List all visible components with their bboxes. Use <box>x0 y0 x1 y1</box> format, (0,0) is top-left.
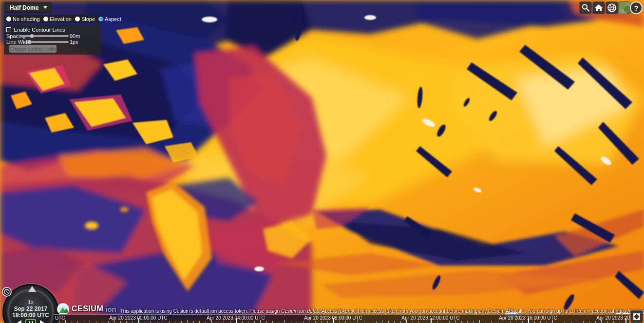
timeline[interactable]: UTC Apr 20 2023 00:00:00 UTC Apr 20 2023… <box>54 314 629 323</box>
scene-mode-globe-icon <box>607 3 617 13</box>
base-layer-picker-icon <box>619 2 630 14</box>
radio-label: Elevation <box>50 16 72 22</box>
scene-mode-picker-button[interactable] <box>606 1 618 14</box>
cesium-ion-text: ion <box>105 305 116 313</box>
line-width-slider-handle[interactable] <box>27 40 32 44</box>
play-forward-button[interactable] <box>40 320 45 323</box>
radio-label: No shading <box>13 16 40 22</box>
current-date: Sep 22 2017 <box>4 305 57 312</box>
spacing-slider[interactable] <box>21 35 69 37</box>
location-select[interactable]: Half Dome <box>4 2 52 13</box>
location-select-value: Half Dome <box>10 4 38 11</box>
radio-icon[interactable] <box>43 17 48 21</box>
base-layer-picker-button[interactable] <box>618 1 631 14</box>
speed-multiplier: 1x <box>4 299 57 305</box>
radio-icon[interactable] <box>75 17 80 21</box>
fullscreen-expand-icon <box>633 313 641 321</box>
change-contour-color-button[interactable]: Change contour color <box>9 45 57 53</box>
geocoder-search-button[interactable] <box>579 1 592 14</box>
line-width-value: 1px <box>70 39 78 45</box>
radio-icon[interactable] <box>6 17 11 21</box>
help-icon: ? <box>634 4 638 12</box>
token-name: Cesium.Ion.defaultAccessToken <box>281 308 351 314</box>
realtime-button[interactable] <box>2 287 12 297</box>
play-reverse-button[interactable] <box>16 320 21 323</box>
radio-label: Slope <box>81 16 95 22</box>
radio-no-shading[interactable]: No shading <box>6 16 40 22</box>
clock-icon <box>4 289 10 295</box>
shuttle-ring-pointer[interactable] <box>28 286 36 292</box>
credit-bar: CESIUM ion This application is using Ces… <box>57 303 644 315</box>
cesium-ion-logo-icon <box>57 303 69 315</box>
credit-message: This application is using Cesium's defau… <box>120 308 644 314</box>
current-time: 18:00:00 UTC <box>4 312 57 319</box>
radio-elevation[interactable]: Elevation <box>43 16 72 22</box>
radio-label: Aspect <box>105 16 121 22</box>
pause-button[interactable] <box>25 319 36 323</box>
timeline-ticks <box>54 315 629 323</box>
contour-panel: Enable Contour Lines Spacing 90m Line Wi… <box>4 25 101 55</box>
spacing-value: 90m <box>70 33 80 39</box>
navigation-help-button[interactable]: ? <box>630 1 643 14</box>
enable-contour-checkbox[interactable] <box>6 27 11 32</box>
radio-aspect[interactable]: Aspect <box>98 16 121 22</box>
fullscreen-button[interactable] <box>630 310 643 323</box>
home-icon <box>594 3 603 12</box>
home-view-button[interactable] <box>592 1 605 14</box>
search-icon <box>581 3 590 12</box>
radio-slope[interactable]: Slope <box>75 16 95 22</box>
shading-options: No shading Elevation Slope Aspect <box>4 15 102 23</box>
enable-contour-label: Enable Contour Lines <box>14 27 65 33</box>
cesium-brand-text: CESIUM <box>72 304 103 313</box>
chevron-down-icon <box>43 6 47 9</box>
line-width-slider[interactable] <box>27 41 69 43</box>
cesium-viewport: Half Dome No shading Elevation Slope Asp… <box>0 0 644 323</box>
spacing-slider-handle[interactable] <box>30 34 34 38</box>
radio-selected-icon[interactable] <box>98 17 103 21</box>
